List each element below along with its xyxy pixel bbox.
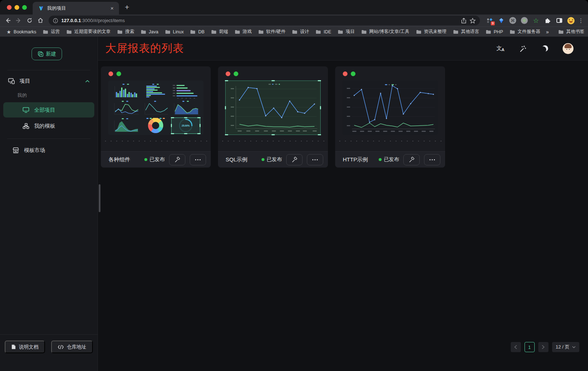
sidebar-group-projects[interactable]: 项目 bbox=[0, 73, 98, 89]
project-thumbnail[interactable] bbox=[342, 81, 438, 135]
hammer-icon bbox=[174, 157, 180, 163]
project-name: HTTP示例 bbox=[343, 156, 374, 163]
bookmark-folder[interactable]: 项目 bbox=[335, 28, 358, 36]
dark-mode-moon-icon[interactable] bbox=[540, 44, 549, 53]
minimize-window-button[interactable] bbox=[15, 5, 19, 10]
docs-button[interactable]: 说明文档 bbox=[5, 341, 45, 353]
bookmark-folder[interactable]: 搜索 bbox=[114, 28, 137, 36]
bookmark-folder[interactable]: 资讯未整理 bbox=[413, 28, 450, 36]
repo-button[interactable]: 仓库地址 bbox=[51, 341, 93, 353]
page-number-button[interactable]: 1 bbox=[525, 342, 535, 352]
user-avatar[interactable] bbox=[563, 43, 573, 54]
project-card[interactable]: SQL示例 已发布 bbox=[218, 66, 328, 168]
red-dot bbox=[108, 71, 113, 76]
extension-grid-icon[interactable]: 9 bbox=[486, 17, 493, 24]
code-icon bbox=[58, 345, 64, 349]
reload-icon[interactable] bbox=[24, 16, 35, 25]
main-content: 大屏报表的列表 文A bbox=[98, 37, 588, 371]
prev-page-button[interactable] bbox=[511, 342, 521, 352]
monitor-icon bbox=[22, 107, 29, 113]
bookmark-folder[interactable]: 其他语言 bbox=[450, 28, 482, 36]
folder-icon bbox=[165, 30, 170, 34]
extension-icons: 9 ⌘ ☆ bbox=[483, 17, 577, 24]
magic-wand-icon[interactable] bbox=[518, 44, 527, 53]
page-size-select[interactable]: 12 / 页 bbox=[552, 342, 579, 352]
devices-icon bbox=[8, 78, 15, 84]
bookmark-folder[interactable]: 网站/博客/文章/工具 bbox=[358, 28, 412, 36]
chevron-up-icon[interactable] bbox=[85, 78, 90, 84]
project-card[interactable]: HTTP示例 已发布 bbox=[335, 66, 445, 168]
back-icon[interactable] bbox=[2, 16, 13, 25]
sidebar-item-template-market[interactable]: 模板市场 bbox=[0, 142, 98, 158]
app-root: 新建 项目 我的 全部项目 我的模板 模板市场 bbox=[0, 37, 588, 371]
folder-icon bbox=[141, 30, 146, 34]
bookmark-folder[interactable]: 近期需要读的文章 bbox=[63, 28, 114, 36]
project-thumbnail[interactable] bbox=[225, 81, 321, 135]
zoom-window-button[interactable] bbox=[22, 5, 27, 10]
share-icon[interactable] bbox=[461, 18, 466, 24]
home-icon[interactable] bbox=[35, 16, 46, 25]
site-favicon bbox=[38, 5, 44, 11]
publish-status: 已发布 bbox=[262, 156, 282, 163]
folder-icon bbox=[338, 30, 343, 34]
document-icon bbox=[11, 344, 16, 350]
bookmark-folder[interactable]: 设计 bbox=[289, 28, 312, 36]
bookmarks-overflow-icon[interactable]: » bbox=[544, 29, 551, 35]
card-footer: HTTP示例 已发布 bbox=[335, 151, 445, 168]
side-panel-icon[interactable] bbox=[555, 17, 563, 24]
folder-icon bbox=[292, 30, 297, 34]
project-name: 各种组件 bbox=[108, 156, 140, 163]
folder-icon bbox=[510, 30, 515, 34]
mini-line-chart-selected bbox=[225, 81, 321, 135]
project-thumbnail[interactable]: 25.00% bbox=[108, 81, 203, 135]
mini-line-chart-single bbox=[141, 100, 170, 116]
card-window-dots bbox=[101, 66, 211, 76]
bookmark-folder[interactable]: IDE bbox=[313, 28, 334, 36]
bookmark-folder[interactable]: Java bbox=[138, 28, 161, 36]
bookmark-folder[interactable]: DB bbox=[187, 28, 207, 36]
language-icon[interactable]: 文A bbox=[496, 44, 505, 53]
bookmark-star-icon[interactable] bbox=[470, 18, 476, 24]
macos-traffic-lights bbox=[0, 5, 33, 15]
browser-tab[interactable]: 我的项目 × bbox=[33, 2, 119, 15]
new-tab-button[interactable]: + bbox=[125, 3, 129, 12]
status-dot bbox=[262, 158, 264, 161]
folder-icon bbox=[453, 30, 459, 34]
publish-status: 已发布 bbox=[379, 156, 399, 163]
site-info-icon[interactable] bbox=[53, 18, 58, 23]
edit-project-button[interactable] bbox=[169, 154, 185, 165]
bookmark-folder[interactable]: Linux bbox=[162, 28, 187, 36]
record-extension-icon[interactable] bbox=[521, 17, 528, 24]
project-card[interactable]: 25.00% 各种组件 已发布 bbox=[101, 66, 211, 168]
close-window-button[interactable] bbox=[7, 5, 12, 10]
gem-extension-icon[interactable] bbox=[497, 17, 505, 24]
address-bar[interactable]: 127.0.0.1:3000/#/project/items bbox=[49, 16, 480, 25]
new-project-button[interactable]: 新建 bbox=[32, 48, 62, 60]
bookmark-folder[interactable]: 前端 bbox=[208, 28, 231, 36]
browser-menu-icon[interactable]: ⋮ bbox=[577, 17, 586, 24]
more-actions-button[interactable] bbox=[307, 154, 323, 165]
bookmark-folder[interactable]: 游戏 bbox=[232, 28, 255, 36]
edit-project-button[interactable] bbox=[403, 154, 420, 165]
chevron-down-icon bbox=[572, 346, 576, 349]
extensions-puzzle-icon[interactable] bbox=[544, 17, 551, 24]
bookmark-folder[interactable]: PHP bbox=[483, 28, 506, 36]
tab-strip: 我的项目 × + bbox=[0, 0, 588, 15]
sidebar-item-all-projects[interactable]: 全部项目 bbox=[3, 102, 94, 118]
sidebar-item-my-templates[interactable]: 我的模板 bbox=[3, 118, 94, 133]
edit-project-button[interactable] bbox=[286, 154, 303, 165]
profile-avatar-icon[interactable] bbox=[567, 17, 575, 24]
bookmarks-manager[interactable]: ★Bookmarks bbox=[4, 28, 39, 36]
bookmark-folder[interactable]: 运营 bbox=[40, 28, 63, 36]
next-page-button[interactable] bbox=[538, 342, 548, 352]
tab-close-icon[interactable]: × bbox=[109, 5, 115, 11]
forward-icon[interactable] bbox=[13, 16, 24, 25]
bookmark-folder[interactable]: 文件服务器 bbox=[507, 28, 543, 36]
bookmark-folder[interactable]: 软件/硬件 bbox=[255, 28, 288, 36]
star-extension-icon[interactable]: ☆ bbox=[532, 17, 540, 24]
other-bookmarks[interactable]: 其他书签 bbox=[555, 28, 587, 36]
command-extension-icon[interactable]: ⌘ bbox=[509, 17, 517, 24]
scrollbar-thumb[interactable] bbox=[99, 184, 100, 212]
more-actions-button[interactable] bbox=[424, 154, 440, 165]
more-actions-button[interactable] bbox=[190, 154, 206, 165]
